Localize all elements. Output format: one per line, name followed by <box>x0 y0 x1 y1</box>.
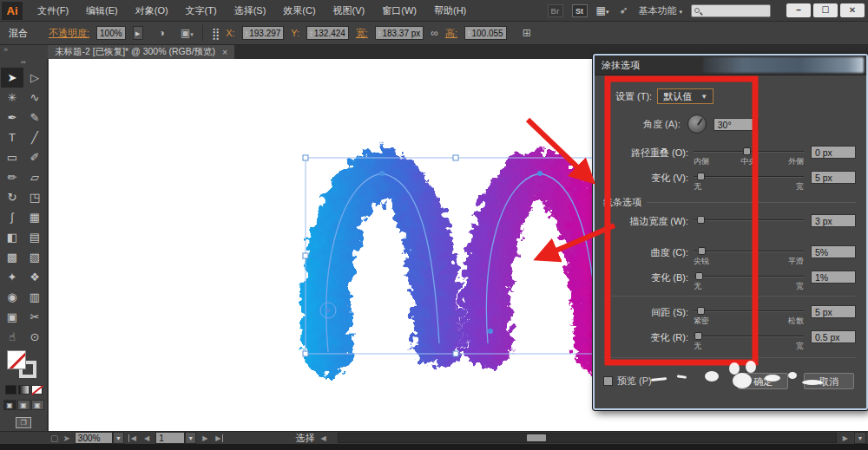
height-stepper[interactable]: ▴▾ <box>468 29 470 36</box>
opacity-dropdown[interactable]: ▶ <box>133 26 143 40</box>
menu-item-1[interactable]: 编辑(E) <box>78 2 126 20</box>
artboard-dropdown-icon[interactable]: ▼ <box>185 432 196 444</box>
style-dropdown-icon[interactable]: ▣▾ <box>181 27 194 39</box>
artboard-tool[interactable]: ▣ <box>1 307 23 327</box>
rotate-tool[interactable]: ↻ <box>1 187 23 207</box>
direct-selection-tool[interactable]: ▷ <box>23 68 46 88</box>
paintbrush-tool[interactable]: ✐ <box>23 147 46 167</box>
dialog-title-bar[interactable]: 涂抹选项 <box>595 55 866 75</box>
slider-handle[interactable] <box>697 216 705 224</box>
selection-tool[interactable]: ➤ <box>1 68 23 88</box>
arrange-documents-icon[interactable]: ▦▾ <box>596 4 609 17</box>
width-stepper[interactable]: ▴▾ <box>378 29 381 36</box>
opacity-value[interactable]: 100% <box>96 26 126 40</box>
transform-icon[interactable]: ⊞ <box>523 27 531 39</box>
document-tab[interactable]: 未标题-2 [已恢复]* @ 300% (RGB/预览) × <box>48 45 234 59</box>
constrain-proportions-icon[interactable]: ∞ <box>431 27 438 39</box>
screen-mode-button[interactable]: ❐ <box>16 417 31 428</box>
menu-item-8[interactable]: 帮助(H) <box>426 2 474 20</box>
menu-item-6[interactable]: 视图(V) <box>326 2 373 20</box>
previous-artboard-icon[interactable]: ◀ <box>142 434 151 442</box>
minimize-button[interactable]: – <box>786 3 811 17</box>
x-value[interactable]: ▴▾193.297 <box>242 26 285 40</box>
export-icon[interactable]: ➤ <box>62 434 69 443</box>
eyedropper-tool[interactable]: ✦ <box>1 267 23 287</box>
pencil-tool[interactable]: ✏ <box>1 167 23 187</box>
angle-value-field[interactable]: 30° <box>713 118 759 131</box>
slider-track-area[interactable] <box>694 214 804 235</box>
zoom-level-field[interactable]: 300% ▼ <box>75 432 124 444</box>
menu-item-3[interactable]: 文字(T) <box>178 2 225 20</box>
gradient-button[interactable] <box>18 385 30 395</box>
slider-value-field[interactable]: 5 px <box>811 171 856 184</box>
line-segment-tool[interactable]: ╱ <box>23 127 46 147</box>
draw-behind-mode-button[interactable]: ▣ <box>17 400 30 410</box>
y-stepper[interactable]: ▴▾ <box>310 29 312 36</box>
slider-track-area[interactable]: 无宽 <box>694 171 804 192</box>
cancel-button[interactable]: 取消 <box>804 373 854 389</box>
reference-point-icon[interactable]: ⣿ <box>212 27 220 40</box>
scrollbar-thumb[interactable] <box>527 434 546 441</box>
slider-track-area[interactable]: 尖锐平滑 <box>694 245 804 266</box>
width-tool[interactable]: ∫ <box>1 207 23 227</box>
fill-swatch-none[interactable] <box>7 350 26 369</box>
draw-normal-mode-button[interactable]: ▣ <box>3 400 16 410</box>
maximize-button[interactable]: ☐ <box>813 3 838 17</box>
magic-wand-tool[interactable]: ✳ <box>1 88 23 108</box>
free-transform-tool[interactable]: ▦ <box>23 207 46 227</box>
symbol-sprayer-tool[interactable]: ◉ <box>1 287 23 307</box>
y-value[interactable]: ▴▾132.424 <box>306 26 349 40</box>
width-label[interactable]: 宽: <box>356 27 368 40</box>
lasso-tool[interactable]: ∿ <box>23 88 46 108</box>
vertical-scroll-down-icon[interactable]: ▼ <box>854 432 866 444</box>
scale-tool[interactable]: ◳ <box>23 187 46 207</box>
search-input[interactable] <box>691 4 771 17</box>
share-icon[interactable]: ➶ <box>617 4 629 17</box>
blend-tool[interactable]: ❖ <box>23 267 46 287</box>
ok-button[interactable]: 确定 <box>738 373 788 389</box>
none-button[interactable] <box>31 385 43 395</box>
slider-value-field[interactable]: 0.5 px <box>811 330 856 343</box>
menu-item-7[interactable]: 窗口(W) <box>374 2 424 20</box>
angle-dial[interactable] <box>687 114 707 134</box>
next-artboard-icon[interactable]: ▶ <box>201 434 209 442</box>
rectangle-tool[interactable]: ▭ <box>1 147 23 167</box>
gradient-tool[interactable]: ▧ <box>23 247 46 267</box>
workspace-switcher[interactable]: 基本功能 ▾ <box>638 4 682 17</box>
toolbar-collapse-icon[interactable]: » <box>0 45 48 59</box>
slider-track-area[interactable]: 无宽 <box>694 330 804 351</box>
bridge-icon[interactable]: Br <box>548 4 563 17</box>
preset-select[interactable]: 默认值 ▼ <box>657 88 713 104</box>
width-value[interactable]: ▴▾183.37 px <box>375 26 424 40</box>
slider-track-area[interactable]: 内侧中央外侧 <box>694 146 804 166</box>
eraser-tool[interactable]: ▱ <box>23 167 46 187</box>
perspective-grid-tool[interactable]: ▤ <box>23 227 46 247</box>
draw-inside-mode-button[interactable]: ▣ <box>31 400 44 410</box>
height-value[interactable]: ▴▾100.055 <box>464 26 507 40</box>
height-label[interactable]: 高: <box>445 27 457 40</box>
recolor-artwork-icon[interactable]: ◑ <box>159 27 165 39</box>
type-tool[interactable]: T <box>1 127 23 147</box>
slider-value-field[interactable]: 3 px <box>811 214 856 227</box>
close-button[interactable]: ✕ <box>840 3 865 17</box>
column-graph-tool[interactable]: ▥ <box>23 287 46 307</box>
menu-item-4[interactable]: 选择(S) <box>227 2 274 20</box>
zoom-dropdown-icon[interactable]: ▼ <box>113 432 124 444</box>
mesh-tool[interactable]: ▩ <box>1 247 23 267</box>
horizontal-scrollbar[interactable] <box>338 433 837 443</box>
slice-tool[interactable]: ✂ <box>23 307 46 327</box>
slider-handle[interactable] <box>695 272 703 280</box>
menu-item-2[interactable]: 对象(O) <box>128 2 176 20</box>
menu-item-0[interactable]: 文件(F) <box>30 2 76 20</box>
x-stepper[interactable]: ▴▾ <box>246 29 248 36</box>
hand-tool[interactable]: ☝ <box>1 327 23 347</box>
scroll-right-icon[interactable]: ▶ <box>841 434 850 442</box>
tab-close-icon[interactable]: × <box>222 47 227 57</box>
shape-builder-tool[interactable]: ◧ <box>1 227 23 247</box>
last-artboard-icon[interactable]: ▶ <box>214 434 223 442</box>
slider-handle[interactable] <box>698 247 706 255</box>
first-artboard-icon[interactable]: ◀ <box>128 434 138 442</box>
artboard-navigation-field[interactable]: 1 ▼ <box>155 432 196 444</box>
scroll-left-icon[interactable]: ◀ <box>319 434 327 442</box>
slider-handle[interactable] <box>694 332 702 340</box>
